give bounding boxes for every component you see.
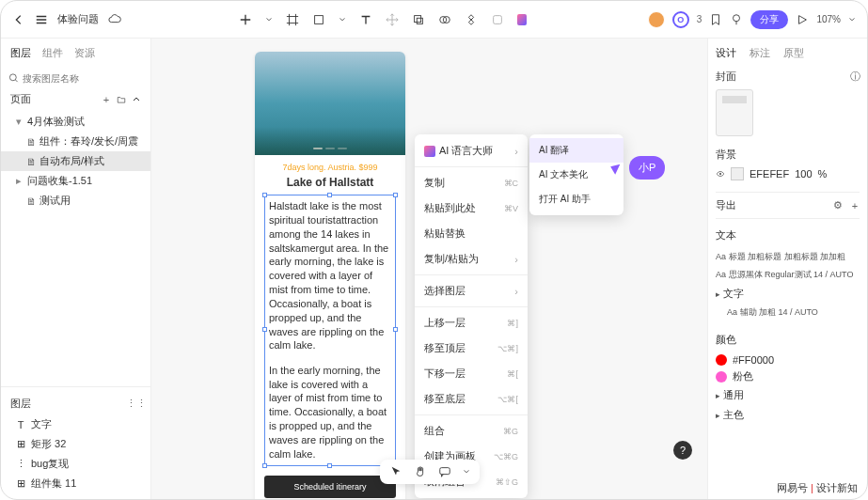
rect-icon[interactable] xyxy=(312,13,325,26)
collaborator-cursor: 小P xyxy=(612,156,665,180)
canvas[interactable]: 7days long. Austria. $999 Lake of Hallst… xyxy=(151,39,707,499)
layer-item[interactable]: T文字 xyxy=(1,414,150,434)
bg-opacity[interactable]: 100 xyxy=(795,168,812,180)
tree-item[interactable]: 🗎测试用 xyxy=(1,191,150,211)
layer-item[interactable]: ⋮bug复现 xyxy=(1,454,150,474)
export-settings-icon[interactable]: ⚙ xyxy=(833,199,843,212)
svg-rect-0 xyxy=(315,15,324,23)
ctx-item[interactable]: 上移一层⌘] xyxy=(415,310,528,336)
bg-swatch[interactable] xyxy=(731,167,744,180)
color-1[interactable]: #FF0000 xyxy=(716,352,860,367)
tab-prototype[interactable]: 原型 xyxy=(783,46,804,60)
search-icon xyxy=(8,71,19,85)
ctx-item[interactable]: 复制⌘C xyxy=(415,170,528,195)
text-style-2[interactable]: Aa 思源黑体 Regular测试 14 / AUTO xyxy=(716,266,860,284)
color-primary[interactable]: ▸ 主色 xyxy=(716,405,860,425)
svg-point-9 xyxy=(719,173,721,175)
layer-options-icon[interactable]: ⋮⋮ xyxy=(132,397,141,410)
design-card[interactable]: 7days long. Austria. $999 Lake of Hallst… xyxy=(255,52,405,499)
ctx-item[interactable]: AI 语言大师› xyxy=(415,138,528,164)
text-style-3[interactable]: Aa 辅助 加粗 14 / AUTO xyxy=(716,304,860,321)
user-avatar-o[interactable]: O xyxy=(672,11,689,28)
card-title: Lake of Hallstatt xyxy=(264,176,396,189)
export-add-icon[interactable]: + xyxy=(850,199,860,212)
card-image xyxy=(255,52,405,155)
zoom-level[interactable]: 107% xyxy=(816,14,841,24)
svg-rect-5 xyxy=(494,15,502,23)
frame-icon[interactable] xyxy=(286,13,299,26)
bg-value[interactable]: EFEFEF xyxy=(750,168,789,180)
color-2[interactable]: 粉色 xyxy=(716,367,860,385)
ctx-item[interactable]: 移至顶层⌥⌘] xyxy=(415,336,528,361)
boolean-icon[interactable] xyxy=(438,13,451,26)
back-icon[interactable] xyxy=(12,13,25,26)
watermark: 网易号 | 设计新知 xyxy=(777,481,858,495)
ctx-item[interactable]: 选择图层› xyxy=(415,278,528,304)
menu-icon[interactable] xyxy=(35,13,48,26)
tree-item[interactable]: ▾4月体验测试 xyxy=(1,112,150,132)
info-icon[interactable]: ⓘ xyxy=(850,70,860,84)
text-icon[interactable] xyxy=(359,13,372,26)
tab-assets[interactable]: 资源 xyxy=(74,46,95,60)
submenu-item[interactable]: AI 文本美化 xyxy=(529,163,623,187)
ctx-item[interactable]: 粘贴替换 xyxy=(415,221,528,246)
help-button[interactable]: ? xyxy=(673,441,692,460)
document-title[interactable]: 体验问题 xyxy=(57,12,99,26)
card-paragraph-2: In the early morning, the lake is covere… xyxy=(269,365,387,460)
submenu-item[interactable]: AI 翻译 xyxy=(529,138,623,163)
move-icon[interactable] xyxy=(386,13,399,26)
chevron-down-icon[interactable] xyxy=(339,13,346,26)
submenu-item[interactable]: 打开 AI 助手 xyxy=(529,187,623,211)
bookmark-icon[interactable] xyxy=(709,13,722,26)
hand-tool-icon[interactable] xyxy=(414,465,427,478)
tree-item[interactable]: 🗎组件：春玲/发长/周震 xyxy=(1,132,150,151)
pin-icon[interactable] xyxy=(730,13,743,26)
layer-item[interactable]: ⊞矩形 32 xyxy=(1,434,150,454)
chevron-down-icon[interactable] xyxy=(265,13,273,26)
tree-item[interactable]: 🗎自动布局/样式 xyxy=(1,151,150,171)
eye-icon[interactable] xyxy=(716,167,725,180)
component-icon[interactable] xyxy=(465,13,478,26)
text-style-group[interactable]: ▸ 文字 xyxy=(716,284,860,304)
mask-icon[interactable] xyxy=(491,13,504,26)
search-input[interactable] xyxy=(23,73,143,84)
ctx-item[interactable]: 组合⌘G xyxy=(415,418,528,444)
ctx-item[interactable]: 粘贴到此处⌘V xyxy=(415,195,528,221)
share-button[interactable]: 分享 xyxy=(750,10,788,29)
svg-rect-8 xyxy=(439,468,450,475)
ctx-item[interactable]: 复制/粘贴为› xyxy=(415,246,528,272)
text-style-1[interactable]: Aa 标题 加粗标题 加粗标题 加加粗 xyxy=(716,248,860,266)
left-sidebar: 图层 组件 资源 页面 + ▾4月体验测试🗎组件：春玲/发长/周震🗎自动布局/样… xyxy=(1,39,151,499)
tab-design[interactable]: 设计 xyxy=(716,46,736,60)
comment-tool-icon[interactable] xyxy=(438,465,451,478)
svg-rect-2 xyxy=(417,18,422,23)
color-general[interactable]: ▸ 通用 xyxy=(716,385,860,405)
carousel-dots[interactable] xyxy=(313,148,347,149)
tab-layers[interactable]: 图层 xyxy=(10,46,31,60)
copy-icon[interactable] xyxy=(412,13,425,26)
itinerary-button[interactable]: Scheduled itinerary xyxy=(264,476,396,498)
pointer-tool-icon[interactable] xyxy=(389,465,402,478)
svg-rect-1 xyxy=(415,15,421,22)
user-avatar[interactable] xyxy=(648,11,665,28)
folder-icon[interactable] xyxy=(117,93,126,106)
ctx-item[interactable]: 下移一层⌘[ xyxy=(415,361,528,386)
chevron-down-icon[interactable] xyxy=(848,13,856,26)
selected-text-block[interactable]: Halstadt lake is the most spiritual tour… xyxy=(264,195,396,466)
collapse-icon[interactable] xyxy=(132,93,141,106)
card-subtitle: 7days long. Austria. $999 xyxy=(264,163,396,172)
ai-logo-icon[interactable] xyxy=(517,13,530,26)
export-label: 导出 xyxy=(716,198,736,212)
play-icon[interactable] xyxy=(796,13,809,26)
tab-components[interactable]: 组件 xyxy=(42,46,63,60)
color-label: 颜色 xyxy=(716,333,736,347)
add-icon[interactable] xyxy=(239,13,252,26)
chevron-down-icon[interactable] xyxy=(463,465,470,478)
layer-item[interactable]: ⊞组件集 11 xyxy=(1,474,150,493)
tab-annotate[interactable]: 标注 xyxy=(750,46,770,60)
add-page-icon[interactable]: + xyxy=(102,93,111,106)
cursor-label: 小P xyxy=(629,156,665,180)
ctx-item[interactable]: 移至底层⌥⌘[ xyxy=(415,386,528,412)
cover-thumbnail[interactable] xyxy=(716,89,753,136)
tree-item[interactable]: ▸问题收集-1.51 xyxy=(1,171,150,191)
